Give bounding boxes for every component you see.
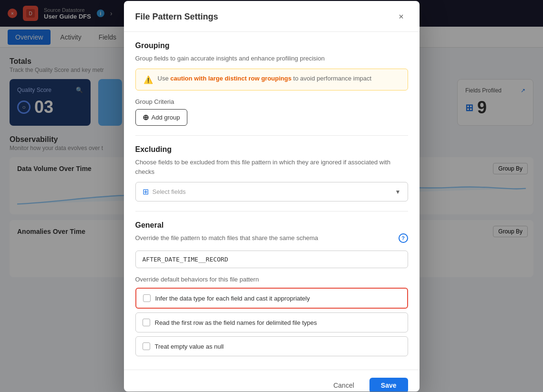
warning-icon: ⚠️ bbox=[143, 75, 153, 84]
modal-footer: Cancel Save bbox=[124, 370, 420, 392]
override-schema-desc: Override the file pattern to match files… bbox=[135, 233, 318, 243]
checkbox-first-row-label: Read the first row as the field names fo… bbox=[155, 319, 317, 326]
general-override-row: Override the file pattern to match files… bbox=[135, 233, 408, 243]
add-group-plus-icon: ⊕ bbox=[143, 113, 149, 122]
modal-header: File Pattern Settings × bbox=[124, 1, 420, 32]
checkbox-first-row[interactable]: Read the first row as the field names fo… bbox=[135, 312, 408, 332]
checkbox-first-row-box[interactable] bbox=[143, 319, 150, 326]
schema-override-input[interactable] bbox=[135, 251, 408, 268]
select-chevron-icon: ▼ bbox=[395, 189, 401, 195]
grouping-section: Grouping Group fields to gain accurate i… bbox=[135, 41, 408, 126]
file-pattern-settings-modal: File Pattern Settings × Grouping Group f… bbox=[124, 1, 420, 392]
warning-text: Use caution with large distinct row grou… bbox=[158, 75, 372, 82]
checkbox-empty-null-label: Treat empty value as null bbox=[155, 343, 224, 350]
modal-overlay: File Pattern Settings × Grouping Group f… bbox=[0, 0, 543, 392]
modal-body: Grouping Group fields to gain accurate i… bbox=[124, 32, 420, 370]
save-button[interactable]: Save bbox=[369, 378, 408, 392]
background-page: × D Source Datastore User Guide DFS i › … bbox=[0, 0, 543, 392]
warning-box: ⚠️ Use caution with large distinct row g… bbox=[135, 69, 408, 90]
excluding-description: Choose fields to be excluded from this f… bbox=[135, 158, 408, 176]
excluding-section: Excluding Choose fields to be excluded f… bbox=[135, 145, 408, 201]
modal-title: File Pattern Settings bbox=[135, 12, 218, 22]
select-fields-placeholder: Select fields bbox=[153, 188, 186, 195]
section-divider-1 bbox=[135, 135, 408, 136]
checkbox-empty-null[interactable]: Treat empty value as null bbox=[135, 336, 408, 356]
checkbox-infer-type[interactable]: Infer the data type for each field and c… bbox=[135, 288, 408, 309]
checkbox-infer-type-box[interactable] bbox=[143, 294, 151, 302]
override-default-desc: Override default behaviors for this file… bbox=[135, 276, 408, 283]
select-fields-dropdown[interactable]: ⊞ Select fields ▼ bbox=[135, 182, 408, 201]
add-group-button[interactable]: ⊕ Add group bbox=[135, 109, 187, 126]
section-divider-2 bbox=[135, 211, 408, 211]
modal-close-button[interactable]: × bbox=[395, 10, 408, 24]
grouping-section-title: Grouping bbox=[135, 41, 408, 50]
add-group-label: Add group bbox=[152, 114, 180, 121]
select-fields-icon: ⊞ bbox=[143, 187, 149, 196]
checkbox-empty-null-box[interactable] bbox=[143, 342, 150, 350]
general-section: General Override the file pattern to mat… bbox=[135, 221, 408, 356]
group-criteria-label: Group Criteria bbox=[135, 98, 408, 105]
general-section-title: General bbox=[135, 221, 408, 230]
excluding-section-title: Excluding bbox=[135, 145, 408, 154]
warning-bold: caution with large distinct row grouping… bbox=[170, 75, 291, 82]
cancel-button[interactable]: Cancel bbox=[324, 378, 364, 392]
checkbox-infer-type-label: Infer the data type for each field and c… bbox=[155, 295, 310, 302]
grouping-description: Group fields to gain accurate insights a… bbox=[135, 54, 408, 63]
help-icon[interactable]: ? bbox=[399, 233, 408, 243]
